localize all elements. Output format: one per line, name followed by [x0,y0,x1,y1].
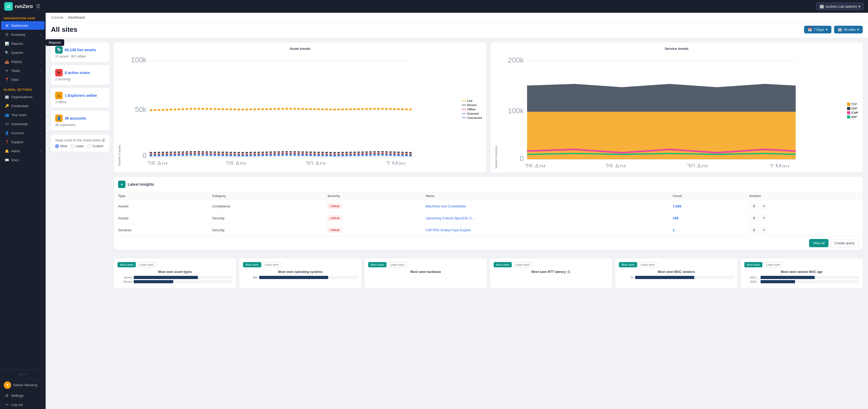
stat-card-assets-header: 📡 60,136 live assets [55,46,105,54]
legend-icmp: ICMP [847,111,859,114]
row3-count: 1 [669,224,745,236]
sidebar-item-deploy[interactable]: 📤 Deploy ▾ [1,57,44,66]
sidebar-item-inventory-label: Inventory [11,33,25,37]
sidebar-item-dashboard[interactable]: ⊞ Dashboard [1,21,44,30]
severity-badge: critical [328,204,342,209]
site-filter-btn[interactable]: 🏢 All sites ▾ [834,26,863,33]
row1-name-link[interactable]: Machines w/o Crowdstrike [426,204,466,208]
content-area: Reports 📡 60,136 live assets [45,38,868,292]
breadcrumb-parent[interactable]: Console [51,15,64,19]
row2-delete-btn[interactable]: 🗑 [750,215,758,221]
rtt-info-icon[interactable]: i [567,270,570,274]
row1-count: 7,426 [669,200,745,212]
swap-mode-info-icon[interactable]: i [102,138,105,142]
svg-text:50k: 50k [135,105,147,114]
mac-age-tab-least[interactable]: Least seen [764,262,782,268]
radio-least[interactable]: Least [71,144,84,148]
alerts-arrow: ▾ [39,150,41,153]
sidebar-item-reports[interactable]: 📊 Reports Reports [1,39,44,48]
bar-chart-icon: 📊 [5,41,9,45]
rtt-tab-least[interactable]: Least seen [513,262,532,268]
assets-icon: 📡 [55,46,63,54]
logout-icon: ↪ [5,402,9,407]
sidebar-item-your-team[interactable]: 👥 Your team ▾ [1,111,44,119]
inventory-arrow: ▾ [39,33,41,36]
asset-types-tab-least[interactable]: Least seen [137,262,156,268]
row2-settings-btn[interactable]: ⚙ [760,215,768,221]
stat-card-scans-header: ⟳ 0 active scans [55,69,105,76]
os-title: Most seen operating systems [243,270,358,274]
legend-scanned-color [462,113,466,114]
time-filter-label: 7 Days [814,28,824,32]
mac-vendors-tab-most[interactable]: Most seen [619,262,637,268]
sidebar-item-organizations[interactable]: 🏢 Organizations [1,93,44,101]
trends-row: Asset trends Number of assets 100k 50k 0 [114,42,863,173]
row1-settings-btn[interactable]: ⚙ [760,203,768,209]
legend-unscanned: Unscanned [462,116,482,119]
sidebar-item-tasks[interactable]: ✔ Tasks ▾ [1,66,44,75]
radio-least-circle [71,144,74,148]
map-pin-icon: 📍 [5,77,9,82]
page-title: All sites [51,26,78,34]
sidebar-item-support[interactable]: ❓ Support [1,138,44,146]
assets-link[interactable]: 60,136 live assets [65,48,96,52]
breadcrumb-current: Dashboard [68,15,85,19]
row3-name-link[interactable]: VSFTPD Smiley Face Exploit [426,228,471,232]
asset-types-tab-most[interactable]: Most seen [118,262,136,268]
row3-delete-btn[interactable]: 🗑 [750,227,758,233]
row1-delete-btn[interactable]: 🗑 [750,203,758,209]
os-tab-least[interactable]: Least seen [262,262,281,268]
sidebar-item-inventory[interactable]: ☰ Inventory ▾ [1,30,44,39]
explorers-count: 1 [65,93,67,98]
page-title-row: All sites 📅 7 Days ▾ 🏢 All sites ▾ [45,22,868,38]
radio-most[interactable]: Most [55,144,67,148]
explorers-link[interactable]: 1 Explorers online [65,93,97,98]
mini-card-hardware: Most seen Least seen Most seen hardware [365,258,487,288]
org-selector[interactable]: 🏢 runZero Lab (admin) ▾ [816,2,864,10]
sidebar-item-logout[interactable]: ↪ Log out [1,400,44,409]
create-query-button[interactable]: Create query [831,239,859,247]
radio-row: Most Least Custom [55,144,105,148]
radio-custom-label: Custom [92,144,103,148]
os-tabs: Most seen Least seen [243,262,358,268]
hamburger-icon[interactable]: ☰ [36,3,40,9]
col-category: Category [208,192,323,200]
sidebar-item-account[interactable]: 👤 Account ▾ [1,129,44,137]
sidebar-item-sites[interactable]: 📍 Sites [1,75,44,84]
logo[interactable]: rZ runZero [4,2,33,10]
mac-age-tab-most[interactable]: Most seen [744,262,763,268]
scans-link[interactable]: 0 active scans [65,70,90,75]
sidebar-item-sites-label: Sites [11,78,19,82]
legend-udp: UDP [847,107,859,110]
sidebar-item-settings[interactable]: ⚙ Settings [1,391,44,400]
bar-fill [134,276,198,279]
mac-vendors-tab-least[interactable]: Least seen [638,262,657,268]
radio-custom[interactable]: Custom [87,144,103,148]
sidebar-item-queries[interactable]: 🔍 Queries [1,48,44,57]
hardware-tab-most[interactable]: Most seen [368,262,386,268]
accounts-link[interactable]: 39 accounts [65,116,86,120]
os-tab-most[interactable]: Most seen [243,262,261,268]
bar-fill [259,276,328,279]
sidebar-user[interactable]: N Nathan Messeng [0,379,45,391]
sidebar-item-credentials-label: Credentials [11,104,29,108]
org-selector-label: runZero Lab (admin) [826,4,857,8]
user-name: Nathan Messeng [13,383,37,387]
rtt-tab-most[interactable]: Most seen [494,262,512,268]
row3-settings-btn[interactable]: ⚙ [760,227,768,233]
grid-icon: ⊞ [5,23,9,28]
legend-recent: Recent [462,103,482,106]
hardware-tab-least[interactable]: Least seen [388,262,407,268]
row2-count: 105 [669,212,745,224]
sidebar-item-alerts[interactable]: 🔔 Alerts ▾ [1,147,44,155]
row2-name-link[interactable]: Upcoming Critical OpenSSL V... [426,216,474,220]
service-trends-y-label: Number of services [495,53,498,168]
insights-footer: View all Create query [114,236,863,250]
view-all-button[interactable]: View all [809,239,829,247]
asset-trends-card: Asset trends Number of assets 100k 50k 0 [114,42,486,173]
legend-tcp-label: TCP [851,103,857,106]
sidebar-item-docs[interactable]: 📖 Docs [1,156,44,164]
calendar-icon-btn[interactable]: 📅 7 Days ▾ [804,26,831,33]
sidebar-item-credentials[interactable]: 🔑 Credentials [1,102,44,110]
sidebar-item-ownership[interactable]: 🏷 Ownership [1,120,44,128]
